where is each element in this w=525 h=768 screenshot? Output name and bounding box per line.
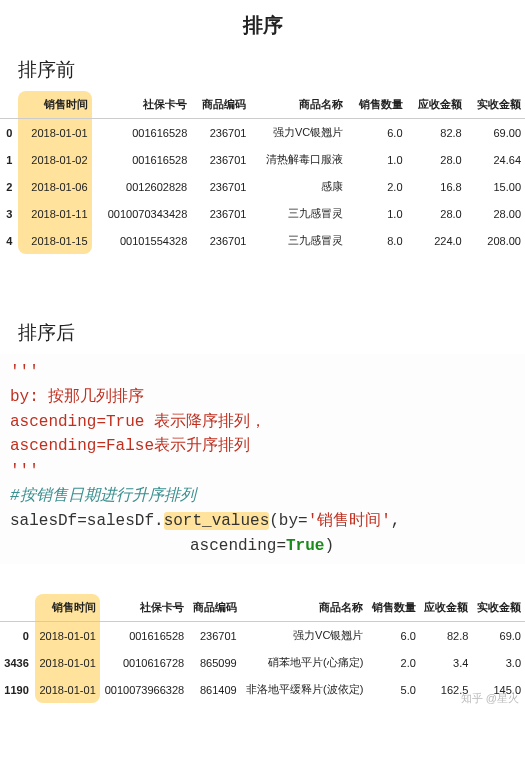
code-docstring-open: '''	[10, 363, 39, 381]
code-paren-close: )	[324, 537, 334, 555]
cell-paid: 208.00	[466, 227, 525, 254]
code-line-asc-false-a: ascending=False	[10, 437, 154, 455]
cell-qty: 1.0	[347, 200, 406, 227]
col-due: 应收金额	[407, 91, 466, 119]
code-line-asc-false-b: 表示升序排列	[154, 437, 250, 455]
section-after-title: 排序后	[18, 320, 525, 346]
col-qty: 销售数量	[367, 594, 420, 622]
cell-code: 236701	[188, 622, 241, 650]
cell-idx: 3	[0, 200, 18, 227]
col-code: 商品编码	[191, 91, 250, 119]
cell-paid: 3.0	[472, 649, 525, 676]
cell-card: 0010616728	[100, 649, 188, 676]
cell-due: 16.8	[407, 173, 466, 200]
cell-card: 001616528	[92, 146, 192, 173]
col-code: 商品编码	[188, 594, 241, 622]
code-block: ''' by: 按那几列排序 ascending=True 表示降序排列， as…	[0, 354, 525, 564]
cell-qty: 1.0	[347, 146, 406, 173]
col-qty: 销售数量	[347, 91, 406, 119]
code-ascending-kw: ascending=	[190, 537, 286, 555]
cell-card: 0010070343428	[92, 200, 192, 227]
code-sort-values: sort_values	[164, 512, 270, 530]
cell-qty: 2.0	[367, 649, 420, 676]
cell-due: 28.0	[407, 200, 466, 227]
section-before-title: 排序前	[18, 57, 525, 83]
watermark: 知乎 @星火	[0, 691, 519, 706]
col-card: 社保卡号	[92, 91, 192, 119]
cell-code: 865099	[188, 649, 241, 676]
code-assign: salesDf=salesDf.	[10, 512, 164, 530]
cell-idx: 4	[0, 227, 18, 254]
code-line-asc-true-b: 表示降序排列，	[154, 413, 266, 431]
cell-qty: 6.0	[347, 119, 406, 147]
cell-code: 236701	[191, 200, 250, 227]
cell-due: 82.8	[407, 119, 466, 147]
code-paren-open: (by=	[269, 512, 307, 530]
col-paid: 实收金额	[466, 91, 525, 119]
cell-time: 2018-01-15	[18, 227, 91, 254]
code-by-arg: '销售时间'	[308, 512, 391, 530]
cell-card: 0012602828	[92, 173, 192, 200]
cell-qty: 6.0	[367, 622, 420, 650]
cell-time: 2018-01-11	[18, 200, 91, 227]
code-comma: ,	[391, 512, 401, 530]
table-row: 42018-01-1500101554328236701三九感冒灵8.0224.…	[0, 227, 525, 254]
cell-idx: 1	[0, 146, 18, 173]
cell-name: 清热解毒口服液	[250, 146, 347, 173]
code-line-asc-true-a: ascending=True	[10, 413, 154, 431]
col-index	[0, 91, 18, 119]
cell-name: 强力VC银翘片	[250, 119, 347, 147]
table-row: 02018-01-01001616528236701强力VC银翘片6.082.8…	[0, 622, 525, 650]
cell-code: 236701	[191, 173, 250, 200]
cell-name: 三九感冒灵	[250, 227, 347, 254]
cell-paid: 69.00	[466, 119, 525, 147]
code-line-by: by: 按那几列排序	[10, 388, 144, 406]
code-true: True	[286, 537, 324, 555]
cell-name: 强力VC银翘片	[241, 622, 368, 650]
table-row: 02018-01-01001616528236701强力VC银翘片6.082.8…	[0, 119, 525, 147]
col-card: 社保卡号	[100, 594, 188, 622]
cell-code: 236701	[191, 227, 250, 254]
cell-time: 2018-01-01	[35, 649, 100, 676]
cell-card: 001616528	[100, 622, 188, 650]
table-row: 12018-01-02001616528236701清热解毒口服液1.028.0…	[0, 146, 525, 173]
cell-name: 感康	[250, 173, 347, 200]
cell-idx: 2	[0, 173, 18, 200]
col-name: 商品名称	[241, 594, 368, 622]
cell-card: 001616528	[92, 119, 192, 147]
cell-due: 82.8	[420, 622, 473, 650]
cell-qty: 8.0	[347, 227, 406, 254]
cell-name: 三九感冒灵	[250, 200, 347, 227]
cell-time: 2018-01-01	[35, 622, 100, 650]
cell-idx: 3436	[0, 649, 35, 676]
table-row: 32018-01-110010070343428236701三九感冒灵1.028…	[0, 200, 525, 227]
code-comment: #按销售日期进行升序排列	[10, 487, 196, 505]
col-due: 应收金额	[420, 594, 473, 622]
cell-time: 2018-01-01	[18, 119, 91, 147]
cell-due: 3.4	[420, 649, 473, 676]
col-time: 销售时间	[18, 91, 91, 119]
table-header-row: 销售时间 社保卡号 商品编码 商品名称 销售数量 应收金额 实收金额	[0, 594, 525, 622]
cell-due: 28.0	[407, 146, 466, 173]
cell-paid: 24.64	[466, 146, 525, 173]
col-time: 销售时间	[35, 594, 100, 622]
table-after: 销售时间 社保卡号 商品编码 商品名称 销售数量 应收金额 实收金额 02018…	[0, 594, 525, 703]
cell-code: 236701	[191, 146, 250, 173]
col-paid: 实收金额	[472, 594, 525, 622]
cell-idx: 0	[0, 119, 18, 147]
table-row: 34362018-01-010010616728865099硝苯地平片(心痛定)…	[0, 649, 525, 676]
table-header-row: 销售时间 社保卡号 商品编码 商品名称 销售数量 应收金额 实收金额	[0, 91, 525, 119]
code-docstring-close: '''	[10, 462, 39, 480]
cell-paid: 15.00	[466, 173, 525, 200]
table-before: 销售时间 社保卡号 商品编码 商品名称 销售数量 应收金额 实收金额 02018…	[0, 91, 525, 254]
page-title: 排序	[0, 12, 525, 39]
cell-card: 00101554328	[92, 227, 192, 254]
cell-code: 236701	[191, 119, 250, 147]
col-index	[0, 594, 35, 622]
cell-paid: 28.00	[466, 200, 525, 227]
col-name: 商品名称	[250, 91, 347, 119]
table-row: 22018-01-060012602828236701感康2.016.815.0…	[0, 173, 525, 200]
cell-paid: 69.0	[472, 622, 525, 650]
cell-name: 硝苯地平片(心痛定)	[241, 649, 368, 676]
cell-due: 224.0	[407, 227, 466, 254]
